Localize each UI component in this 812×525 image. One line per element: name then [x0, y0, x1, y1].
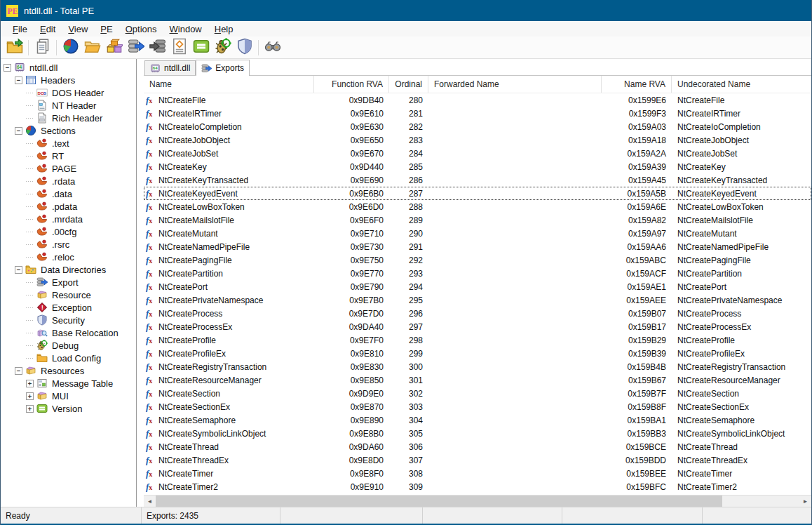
column-header-name-rva[interactable]: Name RVA	[602, 76, 672, 93]
tree-item-rdata[interactable]: .rdata	[1, 175, 136, 187]
table-row[interactable]: fxNtCreateSymbolicLinkObject0x9E8B03050x…	[144, 427, 811, 440]
tree-item-data-directories[interactable]: −Data Directories	[1, 263, 136, 276]
tree-item-ntdll-dll[interactable]: −64ntdll.dll	[1, 61, 136, 74]
tree-item-page[interactable]: PAGE	[1, 162, 136, 175]
table-row[interactable]: fxNtCreateIRTimer0x9E6102810x1599F3NtCre…	[144, 107, 811, 120]
table-row[interactable]: fxNtCreateSectionEx0x9E8703030x159B8FNtC…	[144, 400, 811, 413]
tab-exports[interactable]: Exports	[196, 60, 250, 76]
table-row[interactable]: fxNtCreateKey0x9D4402850x159A39NtCreateK…	[144, 160, 811, 173]
debug-button[interactable]	[212, 38, 234, 58]
tree-item-resource[interactable]: Resource	[1, 288, 136, 301]
open-folder-button[interactable]	[81, 38, 103, 58]
table-row[interactable]: fxNtCreateJobSet0x9E6702840x159A2ANtCrea…	[144, 147, 811, 160]
menu-window[interactable]: Window	[163, 22, 208, 36]
table-row[interactable]: fxNtCreateRegistryTransaction0x9E8303000…	[144, 360, 811, 373]
open-button[interactable]	[4, 38, 25, 58]
column-header-forwarded-name[interactable]: Forwarded Name	[428, 76, 602, 93]
tree-item-headers[interactable]: −Headers	[1, 74, 136, 86]
table-row[interactable]: fxNtCreateSection0x9D9E03020x159B7FNtCre…	[144, 387, 811, 400]
relocations-button[interactable]	[168, 38, 190, 58]
scroll-right-arrow-icon[interactable]: ►	[799, 496, 811, 507]
table-row[interactable]: fxNtCreateThreadEx0x9E8D03070x159BDDNtCr…	[144, 453, 811, 467]
scroll-left-arrow-icon[interactable]: ◄	[144, 496, 156, 507]
collapse-box-icon[interactable]: −	[15, 266, 22, 274]
tree-item-security[interactable]: Security	[1, 314, 136, 326]
tree-item-data[interactable]: .data	[1, 187, 136, 200]
table-row[interactable]: fxNtCreateMutant0x9E7102900x159A97NtCrea…	[144, 227, 811, 240]
tree-item-pdata[interactable]: .pdata	[1, 200, 136, 213]
tree-item-mrdata[interactable]: .mrdata	[1, 213, 136, 225]
collapse-box-icon[interactable]: −	[4, 64, 11, 72]
column-header-function-rva[interactable]: Function RVA	[314, 76, 389, 93]
menu-options[interactable]: Options	[119, 22, 163, 36]
menu-help[interactable]: Help	[208, 22, 240, 36]
column-header-undecorated-name[interactable]: Undecorated Name	[672, 76, 811, 93]
tree-item-message-table[interactable]: +Message Table	[1, 377, 136, 390]
table-row[interactable]: fxNtCreateKeyTransacted0x9E6902860x159A4…	[144, 173, 811, 187]
table-row[interactable]: fxNtCreatePagingFile0x9E7502920x159ABCNt…	[144, 253, 811, 267]
tree-item-rsrc[interactable]: .rsrc	[1, 238, 136, 251]
expand-box-icon[interactable]: +	[26, 392, 34, 400]
menu-file[interactable]: File	[6, 22, 34, 36]
tree-item-version[interactable]: +Version	[1, 402, 136, 415]
table-row[interactable]: fxNtCreateResourceManager0x9E8503010x159…	[144, 373, 811, 387]
tree-item-rich-header[interactable]: Rich Header	[1, 112, 136, 124]
sections-button[interactable]	[60, 38, 81, 58]
tree-item-nt-header[interactable]: NT Header	[1, 99, 136, 112]
imports-button[interactable]	[147, 38, 168, 58]
menu-view[interactable]: View	[62, 22, 94, 36]
expand-box-icon[interactable]: +	[26, 405, 34, 413]
cell-name: fxNtCreateFile	[144, 95, 314, 106]
table-row[interactable]: fxNtCreateFile0x9DB402800x1599E6NtCreate…	[144, 93, 811, 107]
table-row[interactable]: fxNtCreateProfile0x9E7F02980x159B29NtCre…	[144, 333, 811, 347]
collapse-box-icon[interactable]: −	[15, 127, 22, 135]
table-row[interactable]: fxNtCreateJobObject0x9E6502830x159A18NtC…	[144, 133, 811, 147]
tree-item-mui[interactable]: +MUI	[1, 390, 136, 402]
table-row[interactable]: fxNtCreateMailslotFile0x9E6F02890x159A82…	[144, 213, 811, 227]
table-row[interactable]: fxNtCreatePartition0x9E7702930x159ACFNtC…	[144, 267, 811, 280]
search-button[interactable]	[262, 38, 283, 58]
scrollbar-thumb[interactable]	[156, 496, 722, 507]
horizontal-scrollbar[interactable]: ◄ ►	[144, 495, 811, 507]
exports-button[interactable]	[125, 38, 147, 58]
tree-item-exception[interactable]: !Exception	[1, 301, 136, 314]
tree-item-text[interactable]: .text	[1, 137, 136, 149]
tree-item-dos-header[interactable]: DOSDOS Header	[1, 86, 136, 99]
table-row[interactable]: fxNtCreateProcessEx0x9DA402970x159B17NtC…	[144, 320, 811, 333]
expand-box-icon[interactable]: +	[26, 380, 34, 387]
table-row[interactable]: fxNtCreateKeyedEvent0x9E6B02870x159A5BNt…	[144, 187, 811, 200]
scrollbar-track[interactable]	[156, 496, 799, 507]
table-row[interactable]: fxNtCreateTimer0x9E8F03080x159BEENtCreat…	[144, 467, 811, 480]
resources-button[interactable]	[103, 38, 125, 58]
collapse-box-icon[interactable]: −	[15, 77, 22, 84]
security-button[interactable]	[234, 38, 255, 58]
tree-item-00cfg[interactable]: .00cfg	[1, 225, 136, 238]
version-button[interactable]	[190, 38, 212, 58]
table-row[interactable]: fxNtCreateTimer20x9E9103090x159BFCNtCrea…	[144, 480, 811, 493]
collapse-box-icon[interactable]: −	[15, 367, 22, 375]
menu-pe[interactable]: PE	[94, 22, 119, 36]
tree-item-debug[interactable]: Debug	[1, 339, 136, 352]
column-header-name[interactable]: Name	[144, 76, 314, 93]
tree-item-load-config[interactable]: Load Config	[1, 352, 136, 364]
tree-item-rt[interactable]: RT	[1, 149, 136, 162]
tree-item-base-relocation[interactable]: Base Relocation	[1, 326, 136, 339]
panel-splitter[interactable]	[137, 59, 144, 507]
table-row[interactable]: fxNtCreateThread0x9DA603060x159BCENtCrea…	[144, 440, 811, 453]
tree-item-export[interactable]: Export	[1, 276, 136, 288]
table-row[interactable]: fxNtCreateNamedPipeFile0x9E7302910x159AA…	[144, 240, 811, 253]
tab-ntdll-dll[interactable]: 64ntdll.dll	[144, 60, 196, 75]
table-row[interactable]: fxNtCreateIoCompletion0x9E6302820x159A03…	[144, 120, 811, 133]
table-row[interactable]: fxNtCreatePrivateNamespace0x9E7B02950x15…	[144, 293, 811, 307]
menu-edit[interactable]: Edit	[34, 22, 62, 36]
column-header-ordinal[interactable]: Ordinal	[389, 76, 428, 93]
table-row[interactable]: fxNtCreateProcess0x9E7D02960x159B07NtCre…	[144, 307, 811, 320]
table-row[interactable]: fxNtCreatePort0x9E7902940x159AE1NtCreate…	[144, 280, 811, 293]
table-row[interactable]: fxNtCreateLowBoxToken0x9E6D02880x159A6EN…	[144, 200, 811, 213]
table-row[interactable]: fxNtCreateSemaphore0x9E8903040x159BA1NtC…	[144, 413, 811, 427]
tree-item-reloc[interactable]: .reloc	[1, 251, 136, 263]
table-row[interactable]: fxNtCreateProfileEx0x9E8102990x159B39NtC…	[144, 347, 811, 360]
tree-item-sections[interactable]: −Sections	[1, 124, 136, 137]
tree-item-resources[interactable]: −Resources	[1, 364, 136, 377]
copy-button[interactable]	[32, 38, 53, 58]
